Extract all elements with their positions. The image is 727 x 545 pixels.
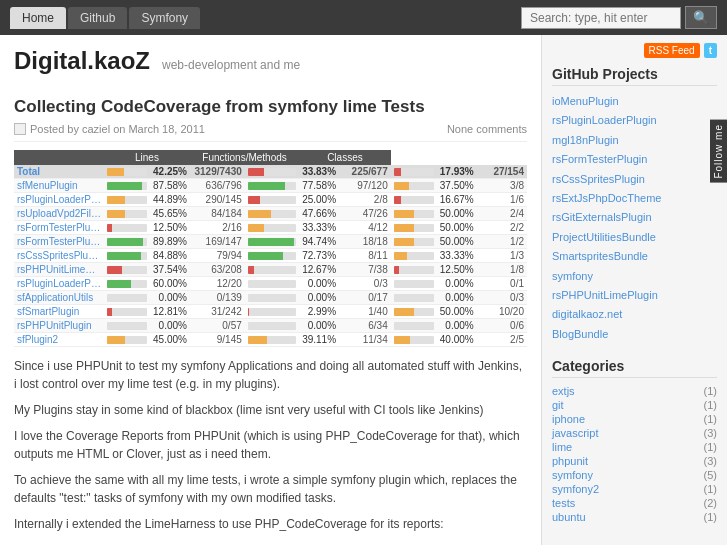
sidebar-github-link[interactable]: rsPHPUnitLimePlugin [552,286,717,305]
follow-me-ribbon[interactable]: Follow me [710,120,727,183]
row-lines-pct: 12.81% [150,305,190,319]
table-row: rsPHPUnitPlugin 0.00% 0/57 0.00% 6/34 0.… [14,319,527,333]
row-fn-pct: 94.74% [299,235,339,249]
list-item: tests(2) [552,496,717,510]
row-fn-pct: 77.58% [299,179,339,193]
row-fn-num: 7/38 [339,263,391,277]
row-name[interactable]: rsPHPUnitLimePlugin [14,263,104,277]
sidebar-github-link[interactable]: ioMenuPlugin [552,92,717,111]
total-name: Total [14,165,104,179]
row-fn-pct: 0.00% [299,277,339,291]
article-comments[interactable]: None comments [447,123,527,135]
col-functions: Functions/Methods [190,150,299,165]
row-fn-num: 18/18 [339,235,391,249]
article-posted: Posted by caziel on March 18, 2011 [30,123,205,135]
row-name[interactable]: sfApplicationUtils [14,291,104,305]
twitter-badge[interactable]: t [704,43,717,58]
sidebar-github-link[interactable]: rsCssSpritesPlugin [552,170,717,189]
category-count: (5) [704,469,717,481]
row-cls-num: 1/2 [477,235,527,249]
row-cls-pct: 40.00% [437,333,477,347]
row-fn-pct: 12.67% [299,263,339,277]
row-name[interactable]: rsCssSpritesPlugin [14,249,104,263]
sidebar-github-link[interactable]: ProjectUtilitiesBundle [552,228,717,247]
table-row: rsCssSpritesPlugin 84.88% 79/94 72.73% 8… [14,249,527,263]
row-cls-bar [391,235,437,249]
table-row: rsPluginLoaderPlugin 44.89% 290/145 25.0… [14,193,527,207]
row-fn-pct: 2.99% [299,305,339,319]
article-title: Collecting CodeCoverage from symfony lim… [14,97,527,117]
row-name[interactable]: rsUploadVpd2FilerPlugin [14,207,104,221]
category-link[interactable]: tests [552,497,575,509]
row-cls-bar [391,277,437,291]
category-link[interactable]: symfony [552,469,593,481]
category-link[interactable]: git [552,399,564,411]
sidebar-github-link[interactable]: BlogBundle [552,325,717,344]
rss-badge[interactable]: RSS Feed [644,43,700,58]
list-item: iphone(1) [552,412,717,426]
nav-tab-github[interactable]: Github [68,7,127,29]
row-lines-num: 63/208 [190,263,245,277]
coverage-total-row: Total 42.25% 3129/7430 33.83% 225/677 17… [14,165,527,179]
row-name[interactable]: sfSmartPlugin [14,305,104,319]
row-fn-bar [245,221,299,235]
row-name[interactable]: rsFormTesterPlugin2 [14,235,104,249]
sidebar-github-link[interactable]: digitalkaoz.net [552,305,717,324]
row-lines-num: 169/147 [190,235,245,249]
search-button[interactable]: 🔍 [685,6,717,29]
list-item: symfony2(1) [552,482,717,496]
sidebar-github-link[interactable]: rsExtJsPhpDocTheme [552,189,717,208]
nav-tab-symfony[interactable]: Symfony [129,7,200,29]
row-name[interactable]: rsPHPUnitPlugin [14,319,104,333]
category-link[interactable]: javascript [552,427,598,439]
sidebar-github-link[interactable]: SmartspritesBundle [552,247,717,266]
category-link[interactable]: iphone [552,413,585,425]
category-link[interactable]: extjs [552,385,575,397]
table-row: rsPluginLoaderPlugin2 60.00% 12/20 0.00%… [14,277,527,291]
row-name[interactable]: rsFormTesterPlugin [14,221,104,235]
category-link[interactable]: phpunit [552,455,588,467]
table-row: rsFormTesterPlugin2 89.89% 169/147 94.74… [14,235,527,249]
sidebar-github-link[interactable]: mgl18nPlugin [552,131,717,150]
sidebar-github-link[interactable]: rsPluginLoaderPlugin [552,111,717,130]
row-fn-num: 1/40 [339,305,391,319]
total-cls-bar [391,165,437,179]
search-input[interactable] [521,7,681,29]
row-name[interactable]: rsPluginLoaderPlugin [14,193,104,207]
category-link[interactable]: symfony2 [552,483,599,495]
row-name[interactable]: rsPluginLoaderPlugin2 [14,277,104,291]
article-para-6: Here is the Plugin https://github.com/di… [14,541,527,545]
category-link[interactable]: lime [552,441,572,453]
row-lines-num: 84/184 [190,207,245,221]
category-count: (3) [704,427,717,439]
row-cls-bar [391,221,437,235]
row-cls-bar [391,319,437,333]
row-cls-pct: 0.00% [437,277,477,291]
row-name[interactable]: sfPlugin2 [14,333,104,347]
total-lines-pct: 42.25% [150,165,190,179]
nav-tab-home[interactable]: Home [10,7,66,29]
row-fn-bar [245,333,299,347]
search-box: 🔍 [521,6,717,29]
sidebar-github-link[interactable]: rsGitExternalsPlugin [552,208,717,227]
row-name[interactable]: sfMenuPlugin [14,179,104,193]
row-lines-num: 12/20 [190,277,245,291]
github-projects-title: GitHub Projects [552,66,717,86]
category-count: (3) [704,455,717,467]
row-lines-pct: 60.00% [150,277,190,291]
category-count: (1) [704,399,717,411]
category-count: (1) [704,413,717,425]
row-cls-num: 3/8 [477,179,527,193]
list-item: symfony(5) [552,468,717,482]
content-area: Digital.kaoZ web-development and me Coll… [0,35,542,545]
row-lines-pct: 12.50% [150,221,190,235]
categories-title: Categories [552,358,717,378]
article-para-2: My Plugins stay in some kind of blackbox… [14,401,527,419]
category-link[interactable]: ubuntu [552,511,586,523]
category-count: (1) [704,483,717,495]
row-fn-bar [245,319,299,333]
sidebar-github-link[interactable]: rsFormTesterPlugin [552,150,717,169]
list-item: git(1) [552,398,717,412]
sidebar-github-link[interactable]: symfony [552,267,717,286]
row-lines-bar [104,193,150,207]
